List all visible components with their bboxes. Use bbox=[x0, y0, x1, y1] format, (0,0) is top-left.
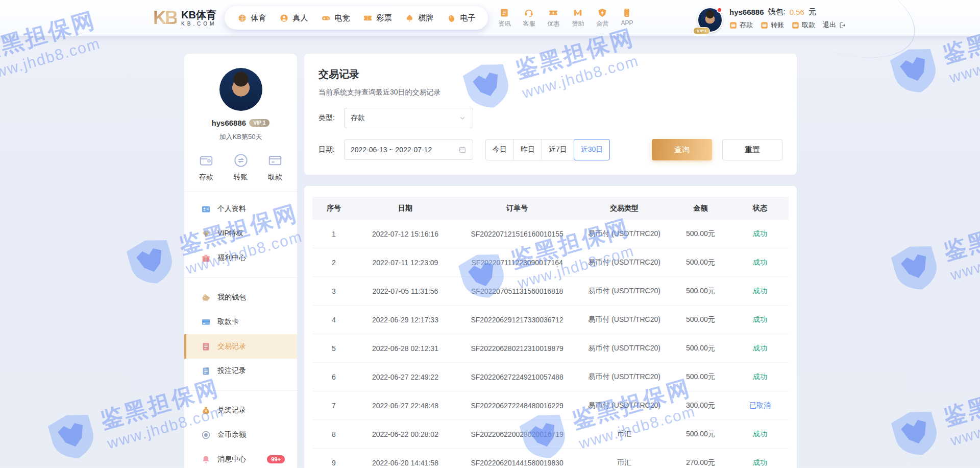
nav-item-esports[interactable]: 电竞 bbox=[315, 11, 355, 25]
sidebar-quick-label: 转账 bbox=[234, 173, 248, 182]
nav-item-slots[interactable]: 电子 bbox=[441, 11, 481, 25]
column-header: 订单号 bbox=[455, 204, 579, 213]
type-cell: 易币付 (USDT/TRC20) bbox=[579, 372, 669, 382]
sidebar-item-prizes[interactable]: ¥兑奖记录 bbox=[184, 398, 297, 423]
bet-doc-icon bbox=[201, 366, 211, 376]
basketball-icon bbox=[237, 13, 247, 23]
menu-group-divider bbox=[184, 277, 297, 278]
amount-cell: 500.00元 bbox=[670, 372, 731, 382]
chevron-down-icon bbox=[458, 114, 467, 122]
range-button-last30days[interactable]: 近30日 bbox=[574, 139, 610, 160]
svg-text:¥: ¥ bbox=[552, 11, 554, 15]
header-deposit-button[interactable]: 存款 bbox=[729, 20, 753, 30]
brand-logo[interactable]: KB KB体育 KB.COM bbox=[153, 9, 216, 27]
sidebar-menu: 个人资料VIP特权福利中心我的钱包取款卡交易记录投注记录¥兑奖记录金币余额消息中… bbox=[184, 192, 297, 468]
row-index-cell: 1 bbox=[312, 230, 355, 238]
quick-link-label: APP bbox=[621, 19, 633, 27]
sidebar-item-label: 我的钱包 bbox=[217, 293, 246, 302]
table-body: 12022-07-12 15:16:16SF202207121516160010… bbox=[312, 220, 789, 468]
table-row: 62022-06-27 22:49:22SF202206272249210057… bbox=[312, 363, 789, 391]
wallet-label: 钱包: bbox=[768, 7, 786, 17]
menu-group-divider bbox=[184, 390, 297, 391]
phone-icon bbox=[622, 8, 632, 18]
quick-link-label: 客服 bbox=[523, 19, 535, 28]
status-cell: 成功 bbox=[731, 430, 789, 439]
live-dealer-icon bbox=[279, 13, 289, 23]
egg-icon bbox=[447, 13, 456, 23]
sidebar-item-welfare[interactable]: 福利中心 bbox=[184, 246, 297, 270]
range-button-today[interactable]: 今日 bbox=[485, 139, 514, 160]
order-no-cell: SF202206272249210057488 bbox=[455, 373, 579, 381]
sidebar-item-coins[interactable]: 金币余额 bbox=[184, 423, 297, 447]
sidebar-avatar[interactable] bbox=[219, 68, 262, 111]
table-header: 序号日期订单号交易类型金额状态 bbox=[312, 197, 789, 220]
type-cell: 易币付 (USDT/TRC20) bbox=[579, 401, 669, 410]
sidebar-item-messages[interactable]: 消息中心99+ bbox=[184, 447, 297, 468]
sidebar-item-withdraw-card[interactable]: 取款卡 bbox=[184, 310, 297, 334]
status-cell: 成功 bbox=[731, 287, 789, 296]
range-button-last7days[interactable]: 近7日 bbox=[542, 139, 574, 160]
sidebar-item-bets[interactable]: 投注记录 bbox=[184, 359, 297, 383]
range-button-yesterday[interactable]: 昨日 bbox=[513, 139, 542, 160]
column-header: 金额 bbox=[670, 204, 731, 213]
sidebar-withdraw-button[interactable]: 取款 bbox=[267, 153, 283, 182]
amount-cell: 300.00元 bbox=[670, 401, 731, 410]
logout-button[interactable]: 退出 bbox=[823, 20, 846, 30]
table-row: 12022-07-12 15:16:16SF202207121516160010… bbox=[312, 220, 789, 248]
watermark-url: www.jhdb8.com bbox=[948, 233, 980, 284]
date-cell: 2022-06-29 12:17:33 bbox=[355, 316, 455, 324]
reset-button[interactable]: 重置 bbox=[722, 139, 782, 160]
sidebar: hys66886 VIP 1 加入KB第50天 存款转账取款 个人资料VIP特权… bbox=[184, 54, 297, 468]
header-withdraw-button[interactable]: 取款 bbox=[792, 20, 815, 30]
filter-panel: 交易记录 当前系统支持查询最近30日的交易记录 类型: 存款 日期: 2022-… bbox=[304, 54, 797, 175]
date-cell: 2022-07-12 15:16:16 bbox=[355, 230, 455, 238]
mini-pay-icon bbox=[729, 21, 737, 29]
nav-item-live[interactable]: 真人 bbox=[274, 11, 313, 25]
quick-link-partner[interactable]: 合营 bbox=[596, 8, 608, 28]
main-content: 交易记录 当前系统支持查询最近30日的交易记录 类型: 存款 日期: 2022-… bbox=[304, 54, 797, 468]
watermark-url: www.jhdb8.com bbox=[947, 36, 980, 86]
kb-logo-icon: KB bbox=[153, 9, 177, 27]
watermark: 鉴黑担保网www.jhdb8.com bbox=[887, 202, 980, 300]
sidebar-item-vip[interactable]: VIP特权 bbox=[184, 221, 297, 246]
nav-item-lottery[interactable]: 彩票 bbox=[357, 11, 397, 25]
gamepad-icon bbox=[321, 13, 331, 23]
header-transfer-button[interactable]: 转账 bbox=[761, 20, 784, 30]
type-cell: 币汇 bbox=[579, 430, 669, 439]
quick-link-label: 合营 bbox=[596, 19, 608, 28]
date-cell: 2022-06-22 00:28:02 bbox=[355, 430, 455, 438]
quick-link-service[interactable]: 客服 bbox=[523, 8, 535, 28]
type-select[interactable]: 存款 bbox=[344, 108, 473, 128]
order-no-cell: SF202207121516160010155 bbox=[455, 230, 579, 238]
sidebar-item-profile[interactable]: 个人资料 bbox=[184, 197, 297, 221]
quick-link-app[interactable]: APP bbox=[621, 8, 633, 28]
news-icon bbox=[499, 8, 509, 18]
order-no-cell: SF202206220028020016719 bbox=[455, 430, 579, 438]
quick-link-label: 赞助 bbox=[572, 19, 584, 28]
table-row: 82022-06-22 00:28:02SF202206220028020016… bbox=[312, 420, 789, 449]
nav-item-label: 电竞 bbox=[334, 13, 350, 23]
date-range-input[interactable]: 2022-06-13 ~ 2022-07-12 bbox=[344, 139, 473, 160]
quick-link-news[interactable]: 资讯 bbox=[498, 8, 510, 28]
sidebar-item-wallet[interactable]: 我的钱包 bbox=[184, 285, 297, 310]
coupon-icon: ¥ bbox=[548, 8, 558, 18]
quick-link-sponsor[interactable]: 赞助 bbox=[572, 8, 584, 28]
nav-item-label: 电子 bbox=[460, 13, 475, 23]
bell-icon bbox=[201, 455, 211, 464]
amount-cell: 500.00元 bbox=[670, 315, 731, 324]
order-no-cell: SF202207051131560016818 bbox=[455, 287, 579, 295]
sidebar-username: hys66886 bbox=[212, 119, 247, 127]
nav-item-sports[interactable]: 体育 bbox=[232, 11, 272, 25]
order-no-cell: SF202206272248480016229 bbox=[455, 402, 579, 410]
date-label: 日期: bbox=[318, 145, 344, 154]
top-header: KB KB体育 KB.COM 体育真人电竞彩票棋牌电子 资讯客服¥优惠赞助合营A… bbox=[0, 0, 980, 36]
quick-link-promo[interactable]: ¥优惠 bbox=[547, 8, 559, 28]
user-avatar[interactable]: VIP1 bbox=[697, 7, 723, 33]
sidebar-transfer-button[interactable]: 转账 bbox=[233, 153, 249, 182]
sidebar-item-transactions[interactable]: 交易记录 bbox=[184, 334, 297, 359]
column-header: 序号 bbox=[312, 204, 355, 213]
partner-icon bbox=[597, 8, 607, 18]
sidebar-deposit-button[interactable]: 存款 bbox=[199, 153, 214, 182]
nav-item-chess[interactable]: 棋牌 bbox=[399, 11, 439, 25]
search-button[interactable]: 查询 bbox=[652, 139, 712, 160]
